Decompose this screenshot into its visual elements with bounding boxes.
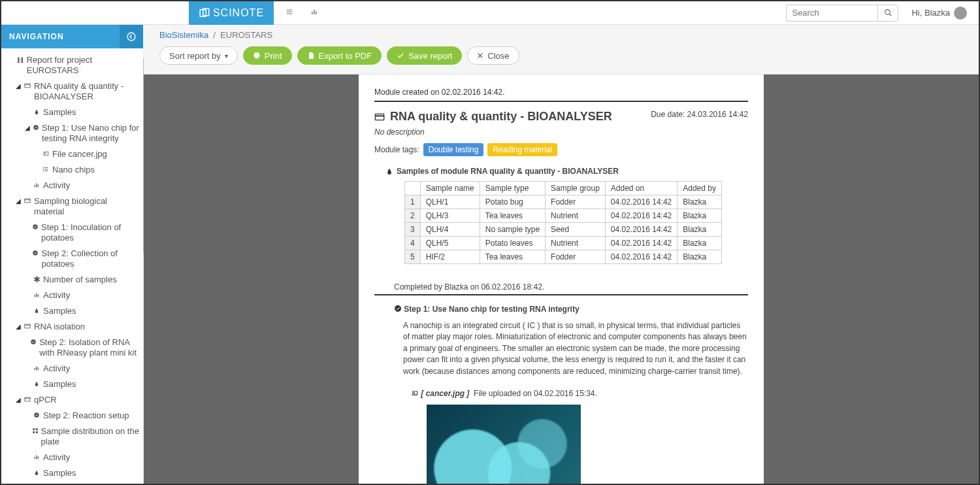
tag: Reading material — [487, 143, 557, 156]
nav-item[interactable]: ◢Data analysis - ddCq — [16, 481, 140, 484]
nav-item-label: Step 2: Reaction setup — [43, 410, 129, 421]
nav-item-label: Samples — [43, 468, 76, 478]
nav-item[interactable]: Samples — [25, 303, 140, 319]
print-icon — [253, 52, 261, 59]
table-header: Sample type — [480, 182, 545, 195]
brand-logo[interactable]: SCINOTE — [189, 1, 274, 25]
activities-icon[interactable] — [310, 8, 323, 18]
svg-rect-62 — [375, 114, 384, 120]
svg-rect-11 — [25, 84, 30, 88]
credit-card-icon — [374, 112, 385, 122]
nav-item[interactable]: ✱Number of samples — [25, 272, 140, 288]
nav-item-label: Samples — [43, 306, 76, 316]
nav-item[interactable]: HReport for project EUROSTARS — [9, 52, 140, 78]
svg-rect-41 — [33, 428, 35, 430]
svg-point-40 — [34, 412, 39, 418]
nav-item-icon — [24, 196, 31, 207]
nav-item-icon: ✱ — [33, 275, 41, 285]
check-icon — [397, 52, 404, 59]
nav-item[interactable]: File cancer.jpg — [34, 146, 140, 162]
svg-point-8 — [885, 10, 890, 15]
nav-item-icon — [32, 222, 39, 233]
nav-item[interactable]: Samples — [25, 105, 140, 120]
image-icon — [411, 390, 419, 397]
nav-item[interactable]: Activity — [25, 361, 140, 376]
nav-item[interactable]: ◢Sampling biological material — [16, 193, 140, 220]
nav-item[interactable]: ◢RNA isolation — [16, 319, 140, 335]
svg-rect-23 — [36, 184, 37, 188]
table-row: 1QLH/1Potato bugFodder04.02.2016 14:42Bl… — [405, 195, 722, 209]
nav-item[interactable]: ◢RNA quality & quantity - BIOANALYSER — [16, 78, 140, 105]
nav-item[interactable]: Step 2: Collection of potatoes — [25, 246, 140, 272]
nav-item-label: qPCR — [34, 395, 57, 405]
nav-item[interactable]: Activity — [25, 288, 140, 303]
nav-item-icon — [33, 452, 41, 463]
nav-item-label: Sampling biological material — [34, 196, 139, 217]
module-created: Module created on 02.02.2016 14:42. — [374, 84, 748, 102]
nav-item-icon — [24, 322, 31, 332]
nav-item-label: Samples — [43, 379, 76, 390]
nav-item-icon — [30, 337, 37, 348]
nav-item[interactable]: Activity — [25, 450, 140, 465]
nav-item-icon — [42, 149, 50, 159]
sidebar-collapse-button[interactable] — [120, 25, 143, 48]
nav-item[interactable]: Step 2: Isolation of RNA with RNeasy pla… — [25, 335, 140, 361]
nav-item[interactable]: Activity — [25, 178, 140, 193]
table-header — [405, 182, 421, 195]
nav-item[interactable]: Sample distribution on the plate — [25, 424, 140, 450]
tag: Double testing — [423, 143, 484, 156]
svg-rect-45 — [35, 457, 35, 459]
svg-rect-22 — [35, 185, 35, 187]
search-button[interactable] — [877, 5, 898, 22]
breadcrumb-org[interactable]: BioSistemika — [159, 30, 208, 40]
svg-point-64 — [395, 305, 401, 312]
nav-item[interactable]: Samples — [25, 465, 140, 481]
table-row: 3QLH/4No sample typeSeed04.02.2016 14:42… — [405, 223, 722, 237]
close-button[interactable]: Close — [467, 46, 519, 65]
save-report-button[interactable]: Save report — [387, 46, 462, 65]
svg-rect-30 — [36, 293, 37, 297]
sort-report-button[interactable]: Sort report by▾ — [159, 46, 238, 65]
topbar: SCINOTE Hi, Blazka — [1, 1, 979, 25]
toolbar: Sort report by▾ Print Export to PDF Save… — [144, 40, 979, 74]
print-button[interactable]: Print — [243, 46, 292, 65]
nav-item-label: Number of samples — [43, 275, 117, 285]
nav-item[interactable]: ◢qPCR — [16, 392, 140, 408]
caret-icon: ◢ — [25, 123, 30, 133]
nav-item-icon — [33, 290, 41, 301]
svg-rect-31 — [38, 294, 39, 297]
nav-item[interactable]: Samples — [25, 376, 140, 392]
search-input[interactable] — [786, 5, 877, 22]
svg-point-20 — [43, 169, 44, 170]
nav-item-label: Step 2: Collection of potatoes — [42, 248, 139, 269]
search-icon — [884, 8, 892, 17]
svg-point-27 — [33, 224, 38, 229]
caret-icon: ◢ — [16, 322, 21, 332]
table-row: 4QLH/5Potato leavesNutrient04.02.2016 14… — [405, 237, 722, 250]
nav-item[interactable]: Step 1: Inoculation of potatoes — [25, 220, 140, 246]
nav-item[interactable]: Nano chips — [34, 162, 140, 178]
export-pdf-button[interactable]: Export to PDF — [297, 46, 382, 65]
step-title: Step 1: Use Nano chip for testing RNA in… — [394, 305, 748, 314]
nav-item-label: Step 2: Isolation of RNA with RNeasy pla… — [39, 337, 139, 358]
report-canvas[interactable]: Module created on 02.02.2016 14:42. RNA … — [144, 75, 979, 484]
nav-item[interactable]: ◢Step 1: Use Nano chip for testing RNA i… — [25, 120, 140, 146]
menu-icon[interactable] — [286, 8, 299, 18]
svg-point-13 — [33, 125, 39, 130]
breadcrumb: BioSistemika / EUROSTARS — [144, 25, 979, 40]
nav-item[interactable]: Step 2: Reaction setup — [25, 408, 140, 424]
drop-icon — [386, 167, 393, 175]
nav-item-icon — [33, 410, 41, 421]
nav-item-icon — [33, 107, 41, 118]
user-menu[interactable]: Hi, Blazka — [911, 7, 967, 20]
nav-item-icon — [33, 379, 41, 390]
sidebar-title: NAVIGATION — [9, 32, 64, 41]
nav-tree: HReport for project EUROSTARS◢RNA qualit… — [1, 48, 143, 484]
brand-text: SCINOTE — [213, 7, 264, 19]
nav-item-label: Sample distribution on the plate — [41, 426, 139, 447]
nav-item-icon: H — [16, 55, 24, 65]
step-description: A nanochip is an integrated circuit ( IC… — [403, 320, 748, 377]
table-header: Added by — [678, 182, 722, 195]
svg-point-34 — [31, 339, 36, 344]
step-icon — [394, 305, 402, 312]
